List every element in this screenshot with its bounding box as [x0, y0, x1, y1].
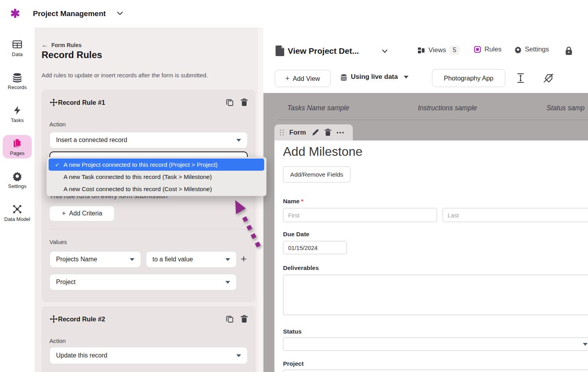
views-menu[interactable]: Views 5: [418, 46, 460, 55]
top-bar: ✱ Project Management: [0, 0, 588, 27]
sidebar-item-records[interactable]: Records: [3, 69, 32, 93]
pages-icon: [12, 138, 22, 148]
settings-menu[interactable]: Settings: [514, 46, 549, 53]
sidebar-item-label: Settings: [8, 183, 27, 189]
values-type-select[interactable]: to a field value: [146, 251, 237, 268]
action-select-value: Insert a connected record: [56, 137, 127, 144]
database-icon: [12, 72, 22, 82]
last-name-input[interactable]: [443, 208, 588, 222]
trash-icon[interactable]: [241, 315, 248, 323]
sidebar-item-data-model[interactable]: Data Model: [3, 201, 32, 224]
status-label: Status: [283, 328, 301, 335]
record-rule-2-card: Record Rule #2 Action Update this record: [42, 306, 256, 372]
sidebar-item-label: Tasks: [11, 117, 24, 123]
divider: [49, 229, 248, 230]
app-logo-icon: ✱: [10, 7, 20, 20]
values-connection-value: Project: [56, 279, 76, 286]
rule-title: Record Rule #1: [58, 99, 105, 106]
app-title: Project Management: [33, 9, 106, 18]
page-preview: View Project Det... Views 5 Rules Settin…: [263, 27, 588, 372]
action-label: Action: [49, 337, 66, 344]
database-icon: [340, 73, 347, 81]
back-link-label: Form Rules: [51, 42, 82, 48]
status-select[interactable]: [283, 337, 588, 351]
tag-slash-icon[interactable]: [543, 73, 554, 83]
option-label: A new Task connected to this record (Tas…: [64, 173, 212, 181]
values-connection-select[interactable]: Project: [49, 274, 237, 290]
gear-icon: [12, 171, 22, 181]
action-select[interactable]: Update this record: [49, 347, 248, 364]
page-title: Record Rules: [42, 49, 102, 60]
settings-label: Settings: [525, 46, 549, 53]
add-value-button[interactable]: +: [241, 253, 247, 265]
name-field-label: Name*: [283, 198, 303, 205]
values-type-value: to a field value: [152, 256, 193, 263]
check-icon: ✓: [55, 162, 64, 168]
trash-icon[interactable]: [325, 129, 331, 136]
sidebar-item-label: Records: [8, 84, 27, 90]
table-header-tasks-name: Tasks Name sample: [287, 104, 349, 112]
add-remove-fields-button[interactable]: Add/Remove Fields: [283, 166, 350, 182]
page-file-icon: [276, 46, 284, 56]
values-field-select[interactable]: Projects Name: [49, 251, 141, 268]
drag-handle-icon[interactable]: [280, 129, 284, 136]
values-label: Values: [49, 239, 67, 245]
dropdown-option-cost[interactable]: A new Cost connected to this record (Cos…: [49, 183, 264, 195]
caret-down-icon: [130, 258, 134, 261]
caret-down-icon: [236, 139, 241, 142]
duplicate-icon[interactable]: [226, 98, 234, 106]
lock-icon[interactable]: [565, 46, 572, 55]
fit-height-icon[interactable]: [516, 73, 525, 83]
table-header-divider: [278, 120, 588, 120]
project-select[interactable]: [283, 370, 588, 372]
form-preview-panel: Add Milestone Add/Remove Fields Name* Du…: [274, 140, 588, 372]
sidebar-item-pages[interactable]: Pages: [3, 135, 32, 159]
move-handle-icon[interactable]: [49, 315, 58, 323]
first-name-input[interactable]: [283, 208, 437, 222]
preview-page-title: View Project Det...: [288, 46, 359, 56]
sidebar-item-label: Data: [12, 51, 22, 57]
caret-down-icon: [225, 281, 230, 284]
record-rules-panel: ← Form Rules Record Rules Add rules to u…: [34, 27, 263, 372]
add-criteria-button[interactable]: + Add Criteria: [49, 206, 114, 221]
project-label: Project: [283, 360, 304, 367]
sidebar-item-data[interactable]: Data: [3, 36, 32, 60]
plus-icon: +: [62, 209, 66, 218]
photography-app-button[interactable]: Photography App: [432, 69, 505, 87]
add-criteria-label: Add Criteria: [69, 210, 102, 217]
trash-icon[interactable]: [241, 98, 248, 106]
edit-pencil-icon[interactable]: [312, 129, 319, 136]
option-label: A new Cost connected to this record (Cos…: [64, 186, 212, 193]
caret-down-icon: [404, 76, 408, 78]
form-view-toolbar: Form: [274, 124, 353, 140]
rule-title: Record Rule #2: [58, 315, 105, 323]
form-tab-label: Form: [289, 129, 306, 137]
due-date-input[interactable]: [283, 241, 347, 254]
duplicate-icon[interactable]: [226, 315, 234, 323]
views-label: Views: [428, 46, 446, 54]
live-data-dropdown[interactable]: Using live data: [340, 73, 408, 81]
dropdown-option-project[interactable]: ✓ A new Project connected to this record…: [49, 159, 264, 171]
sidebar-item-label: Pages: [10, 150, 25, 156]
network-icon: [12, 204, 22, 214]
sidebar-item-label: Data Model: [4, 216, 30, 222]
values-field-value: Projects Name: [56, 256, 97, 263]
action-select[interactable]: Insert a connected record: [49, 132, 248, 148]
deliverables-textarea[interactable]: [283, 275, 588, 315]
dropdown-option-task[interactable]: A new Task connected to this record (Tas…: [49, 171, 264, 183]
chevron-down-icon[interactable]: [382, 49, 388, 53]
views-layout-icon: [418, 47, 425, 54]
back-to-form-rules-link[interactable]: ← Form Rules: [42, 41, 82, 49]
sidebar-item-settings[interactable]: Settings: [3, 168, 32, 191]
connection-dropdown-menu: ✓ A new Project connected to this record…: [46, 157, 267, 196]
add-view-label: Add View: [293, 75, 320, 82]
chevron-down-icon[interactable]: [117, 11, 123, 16]
more-options-icon[interactable]: [337, 132, 344, 133]
move-handle-icon[interactable]: [49, 98, 58, 107]
rules-menu[interactable]: Rules: [474, 46, 501, 53]
sidebar-item-tasks[interactable]: Tasks: [3, 102, 32, 126]
live-data-label: Using live data: [351, 73, 398, 81]
due-date-label: Due Date: [283, 231, 309, 238]
panel-scrollbar-track[interactable]: [258, 27, 263, 372]
add-view-button[interactable]: + Add View: [275, 70, 330, 87]
